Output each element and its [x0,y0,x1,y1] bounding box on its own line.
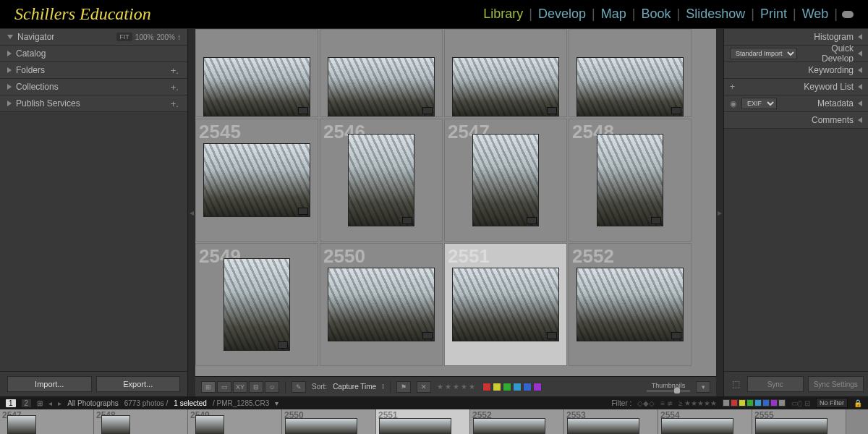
filter-lock-icon[interactable]: 🔒 [854,399,862,407]
grid-cell[interactable]: 2552 [569,243,692,366]
navigator-header[interactable]: Navigator FIT 100% 200% ⁞ [0,29,187,46]
thumbnail[interactable] [576,57,684,116]
add-publish-icon[interactable]: +. [169,98,180,109]
filter-color-chip[interactable] [754,399,762,407]
thumbnail[interactable] [328,57,435,116]
filter-color-chip[interactable] [739,399,746,407]
module-tab-develop[interactable]: Develop [538,7,586,22]
add-folder-icon[interactable]: +. [169,65,180,76]
metadata-header[interactable]: ◉ EXIF Metadata [724,95,868,112]
grid-cell[interactable]: 2546 [320,119,443,242]
keyword-list-header[interactable]: + Keyword List [724,79,868,95]
filter-color-chip[interactable] [746,399,754,407]
filmstrip-item[interactable]: 2552 [470,409,564,434]
filter-color-chip[interactable] [778,399,786,407]
thumbnail[interactable] [203,57,310,116]
thumbnail[interactable] [452,268,559,341]
keywording-header[interactable]: Keywording [724,62,868,79]
thumbnail[interactable] [597,134,663,226]
sync-settings-button[interactable]: Sync Settings [808,376,864,392]
filmstrip[interactable]: 254725482549255025512552255325542555 [0,409,868,434]
grid-view[interactable]: 25452546254725482549255025512552 [195,29,716,376]
grid-cell[interactable]: 2547 [444,119,567,242]
add-collection-icon[interactable]: +. [169,82,180,93]
catalog-header[interactable]: Catalog [0,46,187,62]
thumbnail[interactable] [328,268,435,341]
module-tab-slideshow[interactable]: Slideshow [686,7,745,22]
quick-dev-preset-select[interactable]: Standard Import [730,48,797,59]
thumbnail[interactable] [348,134,414,226]
filmstrip-item[interactable]: 2555 [752,409,846,434]
color-chip[interactable] [513,383,522,391]
filmstrip-item[interactable]: 2553 [564,409,658,434]
filmstrip-item[interactable]: 2554 [658,409,752,434]
nav-fwd-icon[interactable]: ▸ [58,399,61,407]
color-chip[interactable] [482,383,491,391]
thumbnail[interactable] [452,57,559,116]
grid-cell[interactable]: 2550 [320,243,443,366]
filmstrip-item[interactable]: 2547 [0,409,94,434]
grid-cell[interactable]: 2545 [195,119,318,242]
nav-back-icon[interactable]: ◂ [48,399,52,407]
zoom-fit[interactable]: FIT [116,33,132,41]
cloud-sync-icon[interactable] [842,11,854,18]
color-chip[interactable] [523,383,532,391]
publish-header[interactable]: Publish Services +. [0,95,187,112]
breadcrumb-dropdown-icon[interactable]: ▾ [275,399,278,407]
thumbnail[interactable] [203,143,310,217]
thumbnail[interactable] [576,268,684,341]
collections-header[interactable]: Collections +. [0,79,187,95]
module-tab-book[interactable]: Book [641,7,671,22]
add-keyword-icon[interactable]: + [730,82,735,92]
navigator-zoom-badges[interactable]: FIT 100% 200% ⁞ [116,33,180,41]
rating-stars[interactable]: ★★★★★ [437,383,477,391]
grid-cell[interactable] [195,29,318,117]
filter-flag-icons[interactable]: ◇◆◇ [637,399,655,407]
filter-extra-icons[interactable]: ▭▯ ⊟ [791,399,810,407]
loupe-view-button[interactable]: ▭ [217,381,231,393]
filter-color-chip[interactable] [723,399,730,407]
grid-cell[interactable] [444,29,567,117]
module-tab-map[interactable]: Map [601,7,626,22]
source-1[interactable]: 1 [6,399,16,407]
module-tab-library[interactable]: Library [483,7,523,22]
left-collapse-handle[interactable]: ◂ [188,29,195,396]
filter-edit-icons[interactable]: ≡ ≢ [660,399,673,407]
eye-icon[interactable]: ◉ [730,99,737,109]
source-path[interactable]: All Photographs [67,399,119,407]
export-button[interactable]: Export... [96,376,181,392]
people-view-button[interactable]: ☺ [265,381,279,393]
sync-button[interactable]: Sync [747,376,804,392]
sort-value[interactable]: Capture Time [333,383,376,391]
thumbnail[interactable] [472,134,539,226]
filmstrip-item[interactable]: 2550 [282,409,376,434]
grid-cell[interactable] [320,29,443,117]
grid-cell[interactable]: 2548 [569,119,692,242]
grid-view-button[interactable]: ⊞ [201,381,216,393]
sync-lock-icon[interactable]: ⬚ [728,376,743,392]
zoom-200[interactable]: 200% [156,33,175,41]
filter-color-chip[interactable] [731,399,738,407]
grid-cell[interactable] [569,29,692,117]
color-chip[interactable] [503,383,511,391]
color-chip[interactable] [493,383,501,391]
module-tab-web[interactable]: Web [802,7,829,22]
grid-small-icon[interactable]: ⊞ [37,399,43,407]
flag-pick-button[interactable]: ⚑ [396,381,411,393]
folders-header[interactable]: Folders +. [0,62,187,79]
zoom-stepper-icon[interactable]: ⁞ [178,33,180,41]
filter-stars[interactable]: ≥ ★★★★★ [678,399,717,407]
grid-cell[interactable]: 2551 [444,243,567,366]
filmstrip-item[interactable]: 2548 [94,409,188,434]
toolbar-menu-icon[interactable]: ▾ [696,381,710,393]
survey-view-button[interactable]: ⊟ [249,381,263,393]
compare-view-button[interactable]: XY [233,381,247,393]
sort-dropdown-icon[interactable]: ⁞ [382,383,384,391]
thumbnail-size-slider[interactable] [647,390,690,392]
thumbnail[interactable] [224,258,290,351]
color-chip[interactable] [533,383,542,391]
filter-preset-select[interactable]: No Filter [816,398,848,408]
zoom-100[interactable]: 100% [135,33,154,41]
filmstrip-item[interactable]: 2551 [376,409,470,434]
grid-cell[interactable]: 2549 [195,243,318,366]
